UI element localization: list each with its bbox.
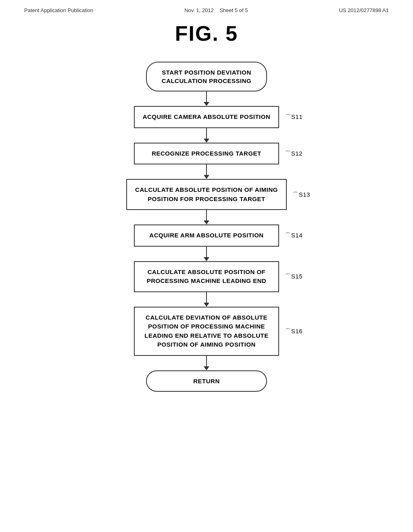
s15-wrapper: CALCULATE ABSOLUTE POSITION OFPROCESSING…: [134, 261, 279, 292]
end-node-wrapper: RETURN: [146, 370, 267, 392]
s11-label: ⌒S11: [285, 112, 303, 122]
header: Patent Application Publication Nov. 1, 2…: [0, 0, 413, 17]
arrow-head-6: [204, 366, 209, 370]
s13-label: ⌒S13: [292, 190, 310, 199]
header-date: Nov. 1, 2012: [184, 7, 214, 13]
arrow-line-1: [206, 128, 207, 139]
arrow-head-5: [204, 303, 209, 307]
s14-node: ACQUIRE ARM ABSOLUTE POSITION ⌒S14: [134, 224, 279, 247]
s12-label: ⌒S12: [285, 149, 302, 158]
arrow-head-4: [204, 257, 209, 261]
arrow-line-6: [206, 356, 207, 366]
s15-node: CALCULATE ABSOLUTE POSITION OFPROCESSING…: [134, 261, 279, 292]
s12-node: RECOGNIZE PROCESSING TARGET ⌒S12: [134, 143, 279, 165]
arrow-0: [204, 91, 209, 106]
s16-wrapper: CALCULATE DEVIATION OF ABSOLUTEPOSITION …: [134, 307, 279, 356]
s16-label: ⌒S16: [285, 326, 302, 336]
arrow-line-3: [206, 210, 207, 220]
arrow-head-1: [204, 139, 209, 143]
s11-node: ACQUIRE CAMERA ABSOLUTE POSITION ⌒S11: [134, 106, 280, 128]
flowchart: START POSITION DEVIATIONCALCULATION PROC…: [0, 58, 413, 392]
arrow-4: [204, 247, 209, 261]
s11-wrapper: ACQUIRE CAMERA ABSOLUTE POSITION ⌒S11: [134, 106, 280, 128]
arrow-line-5: [206, 292, 207, 303]
arrow-2: [204, 164, 209, 179]
start-node-wrapper: START POSITION DEVIATIONCALCULATION PROC…: [146, 62, 267, 91]
arrow-line-4: [206, 247, 207, 257]
s14-label: ⌒S14: [285, 231, 302, 240]
arrow-1: [204, 128, 209, 143]
figure-title: FIG. 5: [0, 21, 413, 46]
s14-wrapper: ACQUIRE ARM ABSOLUTE POSITION ⌒S14: [134, 224, 279, 247]
start-node: START POSITION DEVIATIONCALCULATION PROC…: [146, 62, 267, 91]
arrow-head-2: [204, 175, 209, 179]
arrow-3: [204, 210, 209, 224]
arrow-head-0: [204, 102, 209, 106]
arrow-5: [204, 292, 209, 307]
s13-wrapper: CALCULATE ABSOLUTE POSITION OF AIMINGPOS…: [126, 179, 287, 210]
arrow-6: [204, 356, 209, 370]
end-node: RETURN: [146, 370, 267, 392]
arrow-head-3: [204, 220, 209, 224]
header-center: Nov. 1, 2012 Sheet 5 of 5: [184, 7, 248, 13]
s12-wrapper: RECOGNIZE PROCESSING TARGET ⌒S12: [134, 143, 279, 165]
arrow-line-0: [206, 91, 207, 102]
s15-label: ⌒S15: [285, 272, 302, 281]
header-sheet: Sheet 5 of 5: [219, 7, 248, 13]
header-left: Patent Application Publication: [24, 7, 93, 13]
arrow-line-2: [206, 164, 207, 175]
s16-node: CALCULATE DEVIATION OF ABSOLUTEPOSITION …: [134, 307, 279, 356]
s13-node: CALCULATE ABSOLUTE POSITION OF AIMINGPOS…: [126, 179, 287, 210]
header-right: US 2012/0277898 A1: [339, 7, 389, 13]
